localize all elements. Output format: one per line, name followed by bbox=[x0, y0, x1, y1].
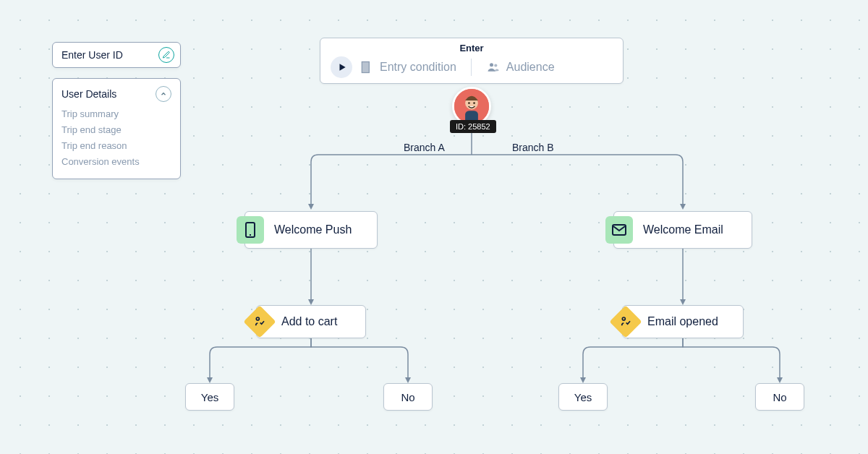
user-id-input-box[interactable]: Enter User ID bbox=[52, 42, 181, 68]
user-details-panel: User Details Trip summary Trip end stage… bbox=[52, 78, 181, 179]
add-to-cart-node[interactable]: Add to cart bbox=[256, 305, 366, 338]
user-details-header[interactable]: User Details bbox=[61, 86, 171, 102]
user-id-placeholder: Enter User ID bbox=[61, 49, 123, 61]
email-icon bbox=[605, 216, 633, 244]
no-leaf[interactable]: No bbox=[755, 383, 804, 411]
node-label: Welcome Push bbox=[274, 223, 352, 236]
list-item[interactable]: Trip end stage bbox=[61, 122, 171, 138]
chevron-up-icon[interactable] bbox=[156, 86, 171, 102]
user-id-badge: ID: 25852 bbox=[450, 120, 496, 133]
svg-point-22 bbox=[256, 317, 259, 320]
entry-condition-slot[interactable]: Entry condition bbox=[359, 60, 456, 74]
svg-point-2 bbox=[494, 64, 497, 67]
enter-title: Enter bbox=[320, 38, 623, 53]
node-label: Email opened bbox=[647, 315, 718, 328]
branch-b-label: Branch B bbox=[512, 142, 554, 153]
list-item[interactable]: Conversion events bbox=[61, 154, 171, 170]
mobile-icon bbox=[237, 216, 264, 244]
play-button[interactable] bbox=[331, 56, 352, 78]
yes-leaf[interactable]: Yes bbox=[185, 383, 234, 411]
svg-point-5 bbox=[468, 102, 470, 104]
node-label: Add to cart bbox=[281, 315, 337, 328]
svg-point-23 bbox=[622, 317, 625, 320]
list-item[interactable]: Trip end reason bbox=[61, 138, 171, 154]
edit-icon[interactable] bbox=[158, 47, 174, 63]
door-icon bbox=[359, 60, 374, 74]
user-details-list: Trip summary Trip end stage Trip end rea… bbox=[61, 106, 171, 170]
branch-a-label: Branch A bbox=[404, 142, 445, 153]
yes-leaf[interactable]: Yes bbox=[558, 383, 608, 411]
user-details-title: User Details bbox=[61, 88, 116, 100]
svg-point-6 bbox=[473, 102, 475, 104]
enter-node[interactable]: Enter Entry condition Audience bbox=[320, 38, 624, 84]
list-item[interactable]: Trip summary bbox=[61, 106, 171, 122]
no-leaf[interactable]: No bbox=[383, 383, 433, 411]
audience-icon bbox=[486, 60, 501, 74]
separator bbox=[471, 59, 472, 76]
node-label: Welcome Email bbox=[643, 223, 723, 236]
welcome-push-node[interactable]: Welcome Push bbox=[244, 211, 378, 249]
email-opened-node[interactable]: Email opened bbox=[622, 305, 744, 338]
audience-slot[interactable]: Audience bbox=[486, 60, 555, 74]
svg-point-1 bbox=[490, 63, 493, 67]
welcome-email-node[interactable]: Welcome Email bbox=[613, 211, 752, 249]
